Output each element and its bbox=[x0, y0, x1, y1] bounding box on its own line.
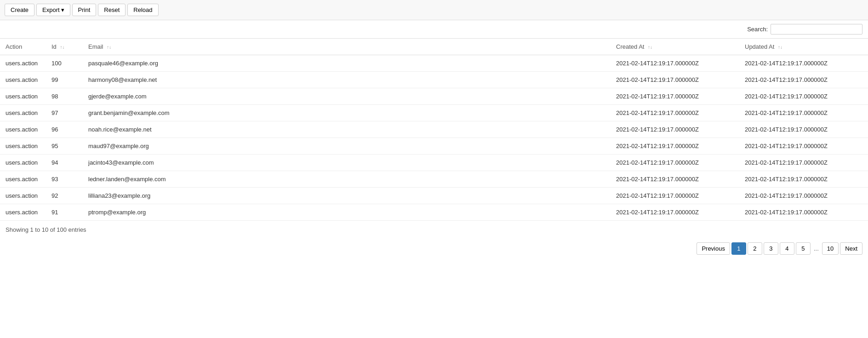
cell-id: 100 bbox=[46, 55, 83, 72]
cell-created-at: 2021-02-14T12:19:17.000000Z bbox=[611, 204, 739, 221]
cell-email: harmony08@example.net bbox=[83, 72, 611, 88]
cell-id: 97 bbox=[46, 105, 83, 121]
table-row: users.action 92 lilliana23@example.org 2… bbox=[0, 188, 868, 204]
cell-id: 91 bbox=[46, 204, 83, 221]
pagination: Previous12345...10Next bbox=[0, 239, 868, 258]
table-row: users.action 100 pasquale46@example.org … bbox=[0, 55, 868, 72]
cell-created-at: 2021-02-14T12:19:17.000000Z bbox=[611, 88, 739, 105]
cell-created-at: 2021-02-14T12:19:17.000000Z bbox=[611, 121, 739, 138]
table-row: users.action 93 ledner.landen@example.co… bbox=[0, 171, 868, 188]
cell-action[interactable]: users.action bbox=[0, 121, 46, 138]
table-row: users.action 97 grant.benjamin@example.c… bbox=[0, 105, 868, 121]
cell-updated-at: 2021-02-14T12:19:17.000000Z bbox=[739, 72, 868, 88]
cell-action[interactable]: users.action bbox=[0, 88, 46, 105]
cell-email: maud97@example.org bbox=[83, 138, 611, 155]
cell-id: 93 bbox=[46, 171, 83, 188]
cell-email: ledner.landen@example.com bbox=[83, 171, 611, 188]
cell-action[interactable]: users.action bbox=[0, 72, 46, 88]
cell-action[interactable]: users.action bbox=[0, 55, 46, 72]
cell-id: 92 bbox=[46, 188, 83, 204]
cell-updated-at: 2021-02-14T12:19:17.000000Z bbox=[739, 171, 868, 188]
col-id-label: Id bbox=[51, 43, 57, 50]
cell-updated-at: 2021-02-14T12:19:17.000000Z bbox=[739, 188, 868, 204]
pagination-page-4[interactable]: 4 bbox=[780, 242, 794, 255]
col-header-action: Action bbox=[0, 39, 46, 55]
cell-action[interactable]: users.action bbox=[0, 105, 46, 121]
reset-button[interactable]: Reset bbox=[98, 4, 126, 16]
search-label: Search: bbox=[747, 26, 768, 33]
cell-created-at: 2021-02-14T12:19:17.000000Z bbox=[611, 55, 739, 72]
create-button[interactable]: Create bbox=[5, 4, 34, 16]
col-email-label: Email bbox=[88, 43, 103, 50]
cell-updated-at: 2021-02-14T12:19:17.000000Z bbox=[739, 55, 868, 72]
cell-id: 96 bbox=[46, 121, 83, 138]
cell-updated-at: 2021-02-14T12:19:17.000000Z bbox=[739, 88, 868, 105]
cell-id: 95 bbox=[46, 138, 83, 155]
cell-action[interactable]: users.action bbox=[0, 138, 46, 155]
reload-button[interactable]: Reload bbox=[127, 4, 158, 16]
cell-id: 99 bbox=[46, 72, 83, 88]
table-row: users.action 98 gjerde@example.com 2021-… bbox=[0, 88, 868, 105]
export-label: Export bbox=[42, 6, 60, 13]
cell-updated-at: 2021-02-14T12:19:17.000000Z bbox=[739, 105, 868, 121]
cell-email: lilliana23@example.org bbox=[83, 188, 611, 204]
table-row: users.action 94 jacinto43@example.com 20… bbox=[0, 155, 868, 171]
cell-email: noah.rice@example.net bbox=[83, 121, 611, 138]
table-row: users.action 99 harmony08@example.net 20… bbox=[0, 72, 868, 88]
cell-created-at: 2021-02-14T12:19:17.000000Z bbox=[611, 171, 739, 188]
cell-action[interactable]: users.action bbox=[0, 188, 46, 204]
table-row: users.action 96 noah.rice@example.net 20… bbox=[0, 121, 868, 138]
pagination-page-10[interactable]: 10 bbox=[822, 242, 839, 255]
pagination-page-2[interactable]: 2 bbox=[748, 242, 762, 255]
table-row: users.action 91 ptromp@example.org 2021-… bbox=[0, 204, 868, 221]
pagination-next-button[interactable]: Next bbox=[840, 242, 862, 255]
pagination-previous-button[interactable]: Previous bbox=[697, 242, 730, 255]
table-header-row: Action Id ↑↓ Email ↑↓ Created At ↑↓ Upda… bbox=[0, 39, 868, 55]
sort-id-icon: ↑↓ bbox=[60, 45, 64, 50]
cell-created-at: 2021-02-14T12:19:17.000000Z bbox=[611, 138, 739, 155]
col-header-created-at[interactable]: Created At ↑↓ bbox=[611, 39, 739, 55]
sort-updated-icon: ↑↓ bbox=[778, 45, 782, 50]
search-input[interactable] bbox=[771, 24, 862, 34]
cell-action[interactable]: users.action bbox=[0, 171, 46, 188]
cell-updated-at: 2021-02-14T12:19:17.000000Z bbox=[739, 155, 868, 171]
cell-email: jacinto43@example.com bbox=[83, 155, 611, 171]
table-row: users.action 95 maud97@example.org 2021-… bbox=[0, 138, 868, 155]
cell-action[interactable]: users.action bbox=[0, 155, 46, 171]
cell-email: pasquale46@example.org bbox=[83, 55, 611, 72]
cell-updated-at: 2021-02-14T12:19:17.000000Z bbox=[739, 204, 868, 221]
cell-action[interactable]: users.action bbox=[0, 204, 46, 221]
cell-id: 94 bbox=[46, 155, 83, 171]
cell-created-at: 2021-02-14T12:19:17.000000Z bbox=[611, 188, 739, 204]
pagination-page-1[interactable]: 1 bbox=[731, 242, 746, 255]
cell-email: ptromp@example.org bbox=[83, 204, 611, 221]
sort-email-icon: ↑↓ bbox=[107, 45, 111, 50]
cell-email: gjerde@example.com bbox=[83, 88, 611, 105]
export-arrow-icon: ▾ bbox=[61, 6, 64, 13]
col-updated-label: Updated At bbox=[745, 43, 774, 50]
sort-created-icon: ↑↓ bbox=[648, 45, 652, 50]
cell-created-at: 2021-02-14T12:19:17.000000Z bbox=[611, 72, 739, 88]
print-button[interactable]: Print bbox=[72, 4, 97, 16]
col-header-updated-at[interactable]: Updated At ↑↓ bbox=[739, 39, 868, 55]
cell-updated-at: 2021-02-14T12:19:17.000000Z bbox=[739, 138, 868, 155]
toolbar: Create Export ▾ Print Reset Reload bbox=[0, 0, 868, 20]
cell-id: 98 bbox=[46, 88, 83, 105]
pagination-ellipsis: ... bbox=[812, 243, 821, 254]
cell-updated-at: 2021-02-14T12:19:17.000000Z bbox=[739, 121, 868, 138]
pagination-page-5[interactable]: 5 bbox=[796, 242, 811, 255]
col-created-label: Created At bbox=[616, 43, 644, 50]
export-button[interactable]: Export ▾ bbox=[36, 4, 70, 16]
search-bar: Search: bbox=[0, 20, 868, 38]
pagination-page-3[interactable]: 3 bbox=[764, 242, 778, 255]
cell-email: grant.benjamin@example.com bbox=[83, 105, 611, 121]
col-action-label: Action bbox=[6, 43, 22, 50]
col-header-email[interactable]: Email ↑↓ bbox=[83, 39, 611, 55]
cell-created-at: 2021-02-14T12:19:17.000000Z bbox=[611, 105, 739, 121]
cell-created-at: 2021-02-14T12:19:17.000000Z bbox=[611, 155, 739, 171]
showing-entries: Showing 1 to 10 of 100 entries bbox=[0, 221, 868, 239]
data-table: Action Id ↑↓ Email ↑↓ Created At ↑↓ Upda… bbox=[0, 38, 868, 221]
col-header-id[interactable]: Id ↑↓ bbox=[46, 39, 83, 55]
